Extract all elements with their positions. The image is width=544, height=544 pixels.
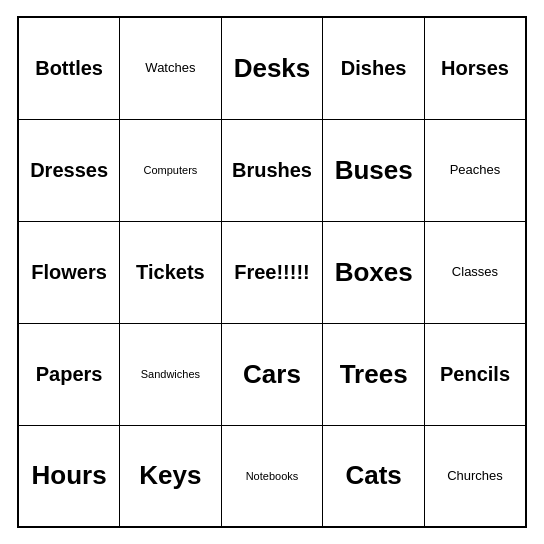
cell-label: Cars [226, 360, 319, 389]
bingo-cell: Notebooks [221, 425, 323, 527]
cell-label: Churches [429, 469, 521, 483]
cell-label: Watches [124, 61, 216, 75]
bingo-cell: Hours [18, 425, 120, 527]
bingo-cell: Classes [424, 221, 526, 323]
cell-label: Sandwiches [124, 368, 216, 380]
cell-label: Dishes [327, 57, 420, 79]
cell-label: Notebooks [226, 470, 319, 482]
cell-label: Bottles [23, 57, 115, 79]
cell-label: Free!!!!! [226, 261, 319, 283]
cell-label: Peaches [429, 163, 521, 177]
bingo-cell: Dishes [323, 17, 425, 119]
bingo-cell: Sandwiches [120, 323, 221, 425]
bingo-cell: Tickets [120, 221, 221, 323]
cell-label: Buses [327, 156, 420, 185]
cell-label: Pencils [429, 363, 521, 385]
bingo-cell: Horses [424, 17, 526, 119]
cell-label: Papers [23, 363, 115, 385]
bingo-cell: Dresses [18, 119, 120, 221]
cell-label: Hours [23, 461, 115, 490]
bingo-cell: Churches [424, 425, 526, 527]
bingo-cell: Brushes [221, 119, 323, 221]
cell-label: Tickets [124, 261, 216, 283]
cell-label: Flowers [23, 261, 115, 283]
bingo-cell: Pencils [424, 323, 526, 425]
cell-label: Desks [226, 54, 319, 83]
cell-label: Computers [124, 164, 216, 176]
bingo-cell: Cats [323, 425, 425, 527]
bingo-cell: Watches [120, 17, 221, 119]
bingo-cell: Cars [221, 323, 323, 425]
bingo-cell: Desks [221, 17, 323, 119]
bingo-board: BottlesWatchesDesksDishesHorsesDressesCo… [17, 16, 527, 528]
cell-label: Classes [429, 265, 521, 279]
cell-label: Horses [429, 57, 521, 79]
bingo-cell: Boxes [323, 221, 425, 323]
cell-label: Brushes [226, 159, 319, 181]
bingo-cell: Papers [18, 323, 120, 425]
bingo-cell: Computers [120, 119, 221, 221]
bingo-cell: Buses [323, 119, 425, 221]
bingo-cell: Free!!!!! [221, 221, 323, 323]
bingo-cell: Trees [323, 323, 425, 425]
bingo-cell: Bottles [18, 17, 120, 119]
cell-label: Cats [327, 461, 420, 490]
cell-label: Trees [327, 360, 420, 389]
cell-label: Dresses [23, 159, 115, 181]
cell-label: Boxes [327, 258, 420, 287]
bingo-cell: Flowers [18, 221, 120, 323]
cell-label: Keys [124, 461, 216, 490]
bingo-cell: Peaches [424, 119, 526, 221]
bingo-cell: Keys [120, 425, 221, 527]
